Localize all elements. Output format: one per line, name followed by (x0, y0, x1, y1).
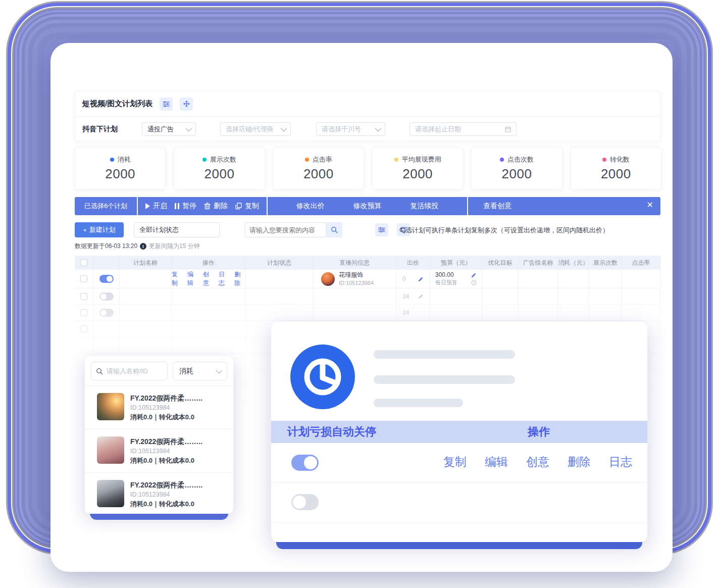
col-ad-group: 广告组名称 (519, 256, 558, 270)
bid-value: 34 (402, 309, 409, 316)
revive-button[interactable]: 复活续投 (410, 202, 438, 211)
view-creative-segment: 查看创意 ✕ (468, 197, 660, 215)
pause-icon (175, 203, 179, 209)
stat-card-impressions: 展示次数 2000 (174, 148, 265, 189)
view-creative-button[interactable]: 查看创意 (483, 202, 511, 211)
screenshot-stage: 短视频/图文计划列表 (0, 0, 719, 588)
search-input[interactable] (245, 222, 326, 237)
plan-toggle-on[interactable] (99, 275, 114, 283)
search-icon (331, 226, 338, 233)
clock-icon (290, 345, 355, 409)
actions-label: 操作 (528, 424, 550, 439)
bid-value: 34 (402, 293, 409, 300)
popup-sort-select[interactable]: 消耗 (173, 362, 227, 380)
col-ctr: 点击率 (622, 256, 660, 270)
row-creative-link[interactable]: 创意 (203, 270, 214, 287)
ad-type-select[interactable]: 通投广告 (142, 122, 196, 136)
stat-value: 2000 (502, 166, 532, 182)
row-copy-link[interactable]: 复制 (172, 270, 183, 287)
row-log-link[interactable]: 日志 (219, 270, 230, 287)
new-plan-button[interactable]: + 新建计划 (75, 222, 124, 237)
stat-card-conversions: 转化数 2000 (571, 148, 661, 189)
date-range-picker[interactable]: 请选择起止日期 (409, 122, 517, 136)
chevron-down-icon (281, 125, 287, 132)
plan-toggle-off[interactable] (99, 309, 114, 317)
col-bid: 出价 (396, 256, 430, 270)
copy-button[interactable]: 复制 (235, 202, 259, 211)
legend-dot (305, 158, 309, 162)
row-checkbox[interactable] (80, 309, 87, 316)
stat-value: 2000 (204, 166, 235, 182)
legend-dot (602, 158, 606, 162)
list-item[interactable]: FY.2022假两件柔…….. ID:105123984 消耗0.0｜转化成本0… (85, 429, 233, 473)
search-button[interactable] (326, 222, 342, 237)
creative-thumbnail (97, 480, 124, 507)
creative-thumbnail (97, 393, 124, 420)
modal-copy-link[interactable]: 复制 (443, 454, 467, 470)
edit-pencil-icon[interactable] (418, 293, 424, 299)
copy-icon (235, 203, 242, 210)
open-button[interactable]: 开启 (145, 202, 167, 211)
stat-card-ctr: 点击率 2000 (273, 148, 364, 189)
row-edit-link[interactable]: 编辑 (187, 270, 198, 287)
auto-stop-toggle-off[interactable] (291, 494, 319, 510)
table-toolbar: + 新建计划 全部计划状态 (75, 222, 660, 237)
col-status: 计划状态 (246, 256, 313, 270)
stat-card-avg-cost: 平均展现费用 2000 (372, 148, 463, 189)
col-live-room: 直播间信息 (313, 256, 396, 270)
row-checkbox[interactable] (80, 293, 87, 300)
modal-header-band: 计划亏损自动关停 操作 (271, 421, 647, 443)
batch-buttons: 开启 暂停 删除 复制 (138, 197, 267, 215)
col-impressions: 展示次数 (589, 256, 622, 270)
table-row: 34 (75, 288, 660, 305)
shop-name: 花瑾服饰 (339, 271, 374, 279)
add-column-button[interactable] (180, 97, 193, 111)
select-all-checkbox[interactable] (80, 259, 87, 266)
delete-button[interactable]: 删除 (204, 202, 228, 211)
auto-stop-toggle-on[interactable] (291, 455, 319, 471)
edit-pencil-icon[interactable] (418, 276, 424, 282)
sliders-icon (378, 227, 385, 233)
shop-select[interactable]: 选择店铺/代理商 (220, 122, 291, 136)
shop-id: ID:105123984 (339, 279, 374, 286)
row-checkbox[interactable] (80, 275, 87, 282)
copy-hint-text: 勾选计划可执行单条计划复制多次（可设置出价递增，区间内随机出价） (399, 226, 609, 235)
plus-icon: + (83, 226, 87, 234)
modal-row: 复制 编辑 创意 删除 日志 (271, 443, 647, 482)
stat-value: 2000 (601, 166, 631, 182)
plus-icon (183, 101, 190, 107)
skeleton-line (374, 375, 515, 384)
popup-search-input[interactable]: 请输入名称/ID (91, 362, 168, 380)
row-delete-link[interactable]: 删除 (234, 270, 245, 287)
trash-icon (204, 203, 211, 210)
search-icon (96, 368, 103, 375)
modal-log-link[interactable]: 日志 (609, 454, 632, 470)
pause-button[interactable]: 暂停 (175, 202, 196, 211)
close-icon[interactable]: ✕ (647, 201, 653, 209)
schedule-clock-icon (471, 280, 477, 285)
plan-toggle-off[interactable] (99, 292, 114, 301)
list-settings-button[interactable] (160, 97, 173, 111)
legend-dot (110, 158, 114, 162)
plan-status-select[interactable]: 全部计划状态 (134, 222, 220, 237)
modify-bid-button[interactable]: 修改出价 (296, 202, 325, 211)
modify-budget-button[interactable]: 修改预算 (353, 202, 382, 211)
modal-delete-link[interactable]: 删除 (568, 454, 591, 470)
row-checkbox[interactable] (80, 325, 87, 332)
page-title: 短视频/图文计划列表 (82, 99, 152, 109)
modal-creative-link[interactable]: 创意 (526, 454, 549, 470)
list-item[interactable]: FY.2022假两件柔…….. ID:105123984 消耗0.0｜转化成本0… (85, 386, 233, 429)
plan-list-panel: 短视频/图文计划列表 (75, 91, 660, 141)
modal-edit-link[interactable]: 编辑 (485, 454, 508, 470)
column-settings-button[interactable] (375, 223, 388, 236)
list-item[interactable]: FY.2022假两件柔…….. ID:105123984 消耗0.0｜转化成本0… (85, 473, 233, 516)
col-consume: 消耗（元） (558, 256, 589, 270)
col-plan-name: 计划名称 (120, 256, 172, 270)
stat-value: 2000 (402, 166, 433, 182)
selected-count: 已选择6个计划 (75, 197, 137, 215)
update-interval: 更新间隔为15 分钟 (149, 242, 200, 251)
modify-buttons: 修改出价 修改预算 复活续投 (268, 197, 467, 215)
qianchuan-select[interactable]: 请选择千川号 (316, 122, 385, 136)
auto-stop-modal: 计划亏损自动关停 操作 复制 编辑 创意 删除 日志 (271, 322, 647, 542)
edit-pencil-icon[interactable] (471, 272, 477, 278)
